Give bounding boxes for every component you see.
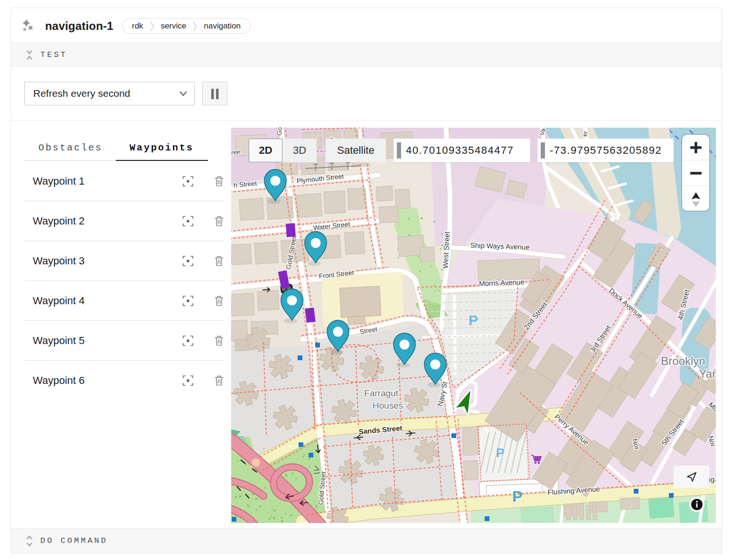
svg-text:Go: Go <box>275 128 283 136</box>
svg-text:Yard: Yard <box>699 367 716 380</box>
svg-text:P: P <box>469 312 478 328</box>
svg-text:Morris Avenue: Morris Avenue <box>479 278 525 287</box>
svg-text:tree: tree <box>231 148 240 156</box>
svg-text:P: P <box>496 446 504 460</box>
svg-text:Farragut: Farragut <box>364 388 399 398</box>
svg-text:Brooklyn: Brooklyn <box>661 355 705 367</box>
svg-text:Houses: Houses <box>373 401 403 411</box>
svg-text:P: P <box>512 488 522 505</box>
